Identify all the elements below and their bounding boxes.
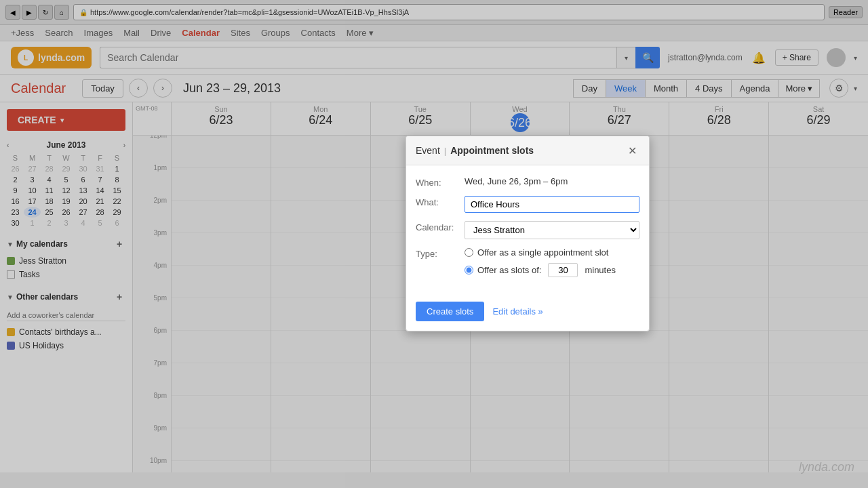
type-radio-group: Offer as a single appointment slot Offer…	[465, 247, 616, 277]
type-label: Type:	[416, 247, 465, 259]
appointment-slots-modal: Event | Appointment slots ✕ When: Wed, J…	[406, 136, 650, 331]
slots-of-label: Offer as slots of:	[477, 265, 541, 275]
minutes-label: minutes	[585, 265, 616, 275]
slots-of-option[interactable]: Offer as slots of: minutes	[465, 263, 616, 277]
calendar-row: Calendar: Jess Stratton	[416, 221, 639, 239]
what-label: What:	[416, 196, 465, 207]
create-slots-button[interactable]: Create slots	[416, 302, 484, 321]
modal-header: Event | Appointment slots ✕	[406, 136, 649, 165]
single-slot-label: Offer as a single appointment slot	[477, 247, 608, 258]
modal-body: When: Wed, June 26, 3pm – 6pm What: Cale…	[406, 165, 649, 296]
what-input[interactable]	[465, 196, 639, 213]
when-row: When: Wed, June 26, 3pm – 6pm	[416, 176, 639, 188]
edit-details-link[interactable]: Edit details »	[492, 306, 542, 317]
modal-title-separator: |	[444, 146, 446, 156]
modal-title-type: Appointment slots	[450, 145, 534, 156]
when-label: When:	[416, 176, 465, 188]
calendar-label: Calendar:	[416, 221, 465, 232]
single-slot-radio[interactable]	[465, 248, 473, 257]
calendar-select[interactable]: Jess Stratton	[465, 221, 639, 239]
modal-title-event: Event	[416, 145, 440, 156]
modal-footer: Create slots Edit details »	[406, 296, 649, 331]
modal-overlay: Event | Appointment slots ✕ When: Wed, J…	[0, 0, 868, 488]
single-slot-option[interactable]: Offer as a single appointment slot	[465, 247, 616, 258]
type-row: Type: Offer as a single appointment slot…	[416, 247, 639, 277]
minutes-input[interactable]	[548, 263, 578, 277]
modal-close-button[interactable]: ✕	[625, 143, 639, 158]
slots-of-radio[interactable]	[465, 266, 473, 274]
what-row: What:	[416, 196, 639, 213]
when-value: Wed, June 26, 3pm – 6pm	[465, 176, 639, 186]
